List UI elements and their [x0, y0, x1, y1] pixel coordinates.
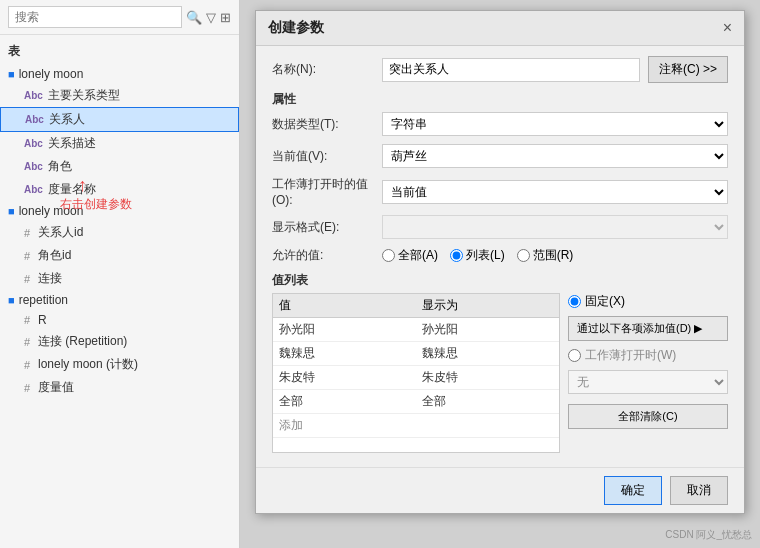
- type-abc: Abc: [24, 161, 44, 172]
- fixed-radio-input[interactable]: [568, 295, 581, 308]
- dialog-title: 创建参数: [268, 19, 324, 37]
- list-item[interactable]: Abc 主要关系类型: [0, 84, 239, 107]
- clear-all-button[interactable]: 全部清除(C): [568, 404, 728, 429]
- create-parameter-dialog: 创建参数 × 名称(N): 注释(C) >> 属性 数据类型(T): 字符串 整…: [255, 10, 745, 514]
- row-display: 朱皮特: [416, 366, 559, 390]
- current-value-select[interactable]: 葫芦丝: [382, 144, 728, 168]
- type-abc: Abc: [25, 114, 45, 125]
- table-section-header: 表: [0, 39, 239, 64]
- allow-list-input[interactable]: [450, 249, 463, 262]
- name-input[interactable]: [382, 58, 640, 82]
- item-label: 主要关系类型: [48, 87, 120, 104]
- type-hash: #: [24, 336, 34, 348]
- row-value: 全部: [273, 390, 416, 414]
- type-hash: #: [24, 227, 34, 239]
- row-value: 朱皮特: [273, 366, 416, 390]
- list-item[interactable]: # 连接 (Repetition): [0, 330, 239, 353]
- group3-name: repetition: [19, 293, 68, 307]
- allow-range-input[interactable]: [517, 249, 530, 262]
- list-item[interactable]: # 连接: [0, 267, 239, 290]
- cancel-button[interactable]: 取消: [670, 476, 728, 505]
- row-display: 魏辣思: [416, 342, 559, 366]
- add-values-button[interactable]: 通过以下各项添加值(D) ▶: [568, 316, 728, 341]
- list-item-selected[interactable]: Abc 关系人: [0, 107, 239, 132]
- group2-label[interactable]: ■ lonely moon: [0, 201, 239, 221]
- item-label: 角色id: [38, 247, 71, 264]
- allow-list-radio[interactable]: 列表(L): [450, 247, 505, 264]
- type-hash: #: [24, 273, 34, 285]
- none-select[interactable]: 无: [568, 370, 728, 394]
- display-format-label: 显示格式(E):: [272, 219, 382, 236]
- list-item[interactable]: Abc 关系描述: [0, 132, 239, 155]
- search-icon[interactable]: 🔍: [186, 10, 202, 25]
- row-display: 全部: [416, 390, 559, 414]
- group1-label[interactable]: ■ lonely moon: [0, 64, 239, 84]
- type-hash: #: [24, 250, 34, 262]
- allow-all-input[interactable]: [382, 249, 395, 262]
- table-row[interactable]: 孙光阳 孙光阳: [273, 318, 559, 342]
- allowed-values-label: 允许的值:: [272, 247, 382, 264]
- comment-button[interactable]: 注释(C) >>: [648, 56, 728, 83]
- list-item[interactable]: Abc 度量名称: [0, 178, 239, 201]
- search-input[interactable]: [8, 6, 182, 28]
- item-label: 连接: [38, 270, 62, 287]
- item-label: lonely moon (计数): [38, 356, 138, 373]
- item-label: 关系描述: [48, 135, 96, 152]
- list-item[interactable]: # lonely moon (计数): [0, 353, 239, 376]
- allow-list-label: 列表(L): [466, 247, 505, 264]
- row-value: 孙光阳: [273, 318, 416, 342]
- table-row[interactable]: 全部 全部: [273, 390, 559, 414]
- dialog-titlebar: 创建参数 ×: [256, 11, 744, 46]
- list-item[interactable]: Abc 角色: [0, 155, 239, 178]
- row-value: 魏辣思: [273, 342, 416, 366]
- workslide-radio-label: 工作薄打开时(W): [585, 347, 676, 364]
- values-list-label: 值列表: [272, 272, 728, 289]
- allow-range-radio[interactable]: 范围(R): [517, 247, 574, 264]
- filter-icon[interactable]: ▽: [206, 10, 216, 25]
- type-abc: Abc: [24, 184, 44, 195]
- add-row-label: 添加: [273, 414, 416, 438]
- table-row[interactable]: 朱皮特 朱皮特: [273, 366, 559, 390]
- dialog-footer: 确定 取消: [256, 467, 744, 513]
- current-value-row: 当前值(V): 葫芦丝: [272, 144, 728, 168]
- type-abc: Abc: [24, 90, 44, 101]
- allow-all-radio[interactable]: 全部(A): [382, 247, 438, 264]
- workslide-open-row: 工作薄打开时的值(O): 当前值: [272, 176, 728, 207]
- ok-button[interactable]: 确定: [604, 476, 662, 505]
- row-display: 孙光阳: [416, 318, 559, 342]
- item-label: 角色: [48, 158, 72, 175]
- dialog-overlay: 创建参数 × 名称(N): 注释(C) >> 属性 数据类型(T): 字符串 整…: [240, 0, 760, 548]
- list-item[interactable]: # R: [0, 310, 239, 330]
- fixed-label: 固定(X): [585, 293, 625, 310]
- display-format-select[interactable]: [382, 215, 728, 239]
- item-label: R: [38, 313, 47, 327]
- workslide-open-select[interactable]: 当前值: [382, 180, 728, 204]
- list-item[interactable]: # 关系人id: [0, 221, 239, 244]
- values-content: 值 显示为 孙光阳 孙光阳 魏辣思: [272, 293, 728, 453]
- values-right-panel: 固定(X) 通过以下各项添加值(D) ▶ 工作薄打开时(W) 无 全部清除(C): [568, 293, 728, 453]
- col-value-header: 值: [273, 294, 416, 318]
- group2-icon: ■: [8, 205, 15, 217]
- view-icon[interactable]: ⊞: [220, 10, 231, 25]
- workslide-radio[interactable]: 工作薄打开时(W): [568, 347, 728, 364]
- fixed-radio[interactable]: 固定(X): [568, 293, 728, 310]
- group1-name: lonely moon: [19, 67, 84, 81]
- current-value-label: 当前值(V):: [272, 148, 382, 165]
- type-hash: #: [24, 382, 34, 394]
- item-label: 连接 (Repetition): [38, 333, 127, 350]
- data-type-select[interactable]: 字符串 整数 浮点数 布尔值: [382, 112, 728, 136]
- data-type-label: 数据类型(T):: [272, 116, 382, 133]
- list-item[interactable]: # 角色id: [0, 244, 239, 267]
- workslide-radio-input[interactable]: [568, 349, 581, 362]
- watermark: CSDN 阿义_忧愁总: [665, 528, 752, 542]
- table-row[interactable]: 魏辣思 魏辣思: [273, 342, 559, 366]
- col-display-header: 显示为: [416, 294, 559, 318]
- tree-area: 表 ■ lonely moon Abc 主要关系类型 Abc 关系人 Abc 关…: [0, 35, 239, 548]
- list-item[interactable]: # 度量值: [0, 376, 239, 399]
- dialog-close-button[interactable]: ×: [723, 20, 732, 36]
- display-format-row: 显示格式(E):: [272, 215, 728, 239]
- group1-icon: ■: [8, 68, 15, 80]
- add-row[interactable]: 添加: [273, 414, 559, 438]
- group3-label[interactable]: ■ repetition: [0, 290, 239, 310]
- allow-all-label: 全部(A): [398, 247, 438, 264]
